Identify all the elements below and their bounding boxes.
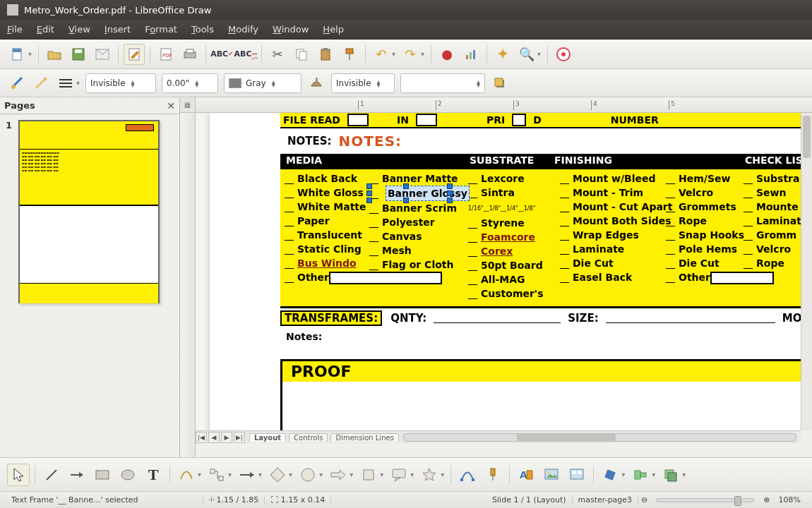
arrange-button[interactable]	[659, 464, 682, 486]
svg-rect-37	[527, 471, 532, 479]
line-style-button[interactable]	[55, 73, 76, 94]
align-button[interactable]	[629, 464, 652, 486]
menu-bar[interactable]: File Edit View Insert Format Tools Modif…	[0, 20, 812, 40]
mail-button[interactable]	[92, 44, 113, 65]
menu-window[interactable]: Window	[273, 24, 309, 35]
open-button[interactable]	[44, 44, 65, 65]
horizontal-scrollbar[interactable]	[403, 433, 796, 442]
copy-button[interactable]	[291, 44, 312, 65]
save-button[interactable]	[68, 44, 89, 65]
line-tool[interactable]	[40, 464, 63, 486]
new-doc-button[interactable]	[7, 44, 28, 65]
line-color-select[interactable]: Gray▴▾	[224, 73, 301, 93]
tab-layout[interactable]: Layout	[249, 433, 286, 442]
menu-view[interactable]: View	[68, 24, 90, 35]
dropdown-arrow-icon[interactable]: ▾	[537, 50, 541, 58]
export-pdf-button[interactable]: PDF	[155, 44, 177, 65]
glue-points-tool[interactable]	[482, 464, 504, 486]
svg-text:PDF: PDF	[162, 53, 172, 59]
zoom-button[interactable]: 🔍	[516, 44, 537, 65]
page[interactable]: FILE READ IN PRID NUMBER NOTES: NOTES:	[210, 113, 801, 430]
canvas-area: ▦ 1 2 3 4 5 FILE READ IN P	[180, 97, 812, 457]
line-style-select[interactable]: Invisible▴▾	[85, 73, 156, 93]
zoom-slider[interactable]	[656, 498, 755, 502]
dropdown-arrow-icon[interactable]: ▾	[76, 79, 80, 87]
svg-rect-35	[491, 468, 495, 476]
callouts-tool[interactable]	[388, 464, 410, 486]
flowchart-tool[interactable]	[357, 464, 380, 486]
slide-nav[interactable]: |◀◀▶▶|	[196, 432, 246, 443]
area-style-select[interactable]: Invisible▴▾	[331, 73, 395, 93]
menu-tools[interactable]: Tools	[191, 24, 214, 35]
app-icon	[7, 4, 18, 16]
from-file-button[interactable]	[540, 464, 563, 486]
document-viewport[interactable]: FILE READ IN PRID NUMBER NOTES: NOTES:	[196, 113, 801, 430]
ruler-corner[interactable]: ▦	[180, 97, 196, 113]
pages-panel-body[interactable]: 1 ▬▬▬▬▬▬▬▬▬▬▬▬▬▬▬▬ ▬▬ ▬▬ ▬▬ ▬▬ ▬▬▬▬ ▬▬ ▬…	[0, 114, 179, 457]
shadow-button[interactable]	[489, 73, 511, 94]
spellcheck-button[interactable]: ABC✔	[211, 44, 232, 65]
rectangle-tool[interactable]	[91, 464, 114, 486]
basic-shapes-tool[interactable]	[266, 464, 289, 486]
tab-controls[interactable]: Controls	[289, 433, 328, 442]
help-button[interactable]	[553, 44, 574, 65]
autospell-button[interactable]: ABC—	[235, 44, 256, 65]
clone-format-button[interactable]	[339, 44, 360, 65]
svg-rect-43	[605, 469, 616, 480]
menu-insert[interactable]: Insert	[105, 24, 131, 35]
zoom-in-icon[interactable]: ⊕	[760, 495, 772, 504]
arrow-style-button[interactable]	[31, 73, 52, 94]
rotate-button[interactable]	[599, 464, 621, 486]
menu-format[interactable]: Format	[145, 24, 177, 35]
vertical-ruler[interactable]	[180, 113, 196, 457]
zoom-out-icon[interactable]: ⊖	[638, 495, 650, 504]
svg-rect-45	[640, 473, 646, 477]
navigator-button[interactable]: ✦	[492, 44, 513, 65]
dropdown-arrow-icon[interactable]: ▾	[421, 50, 424, 58]
symbol-shapes-tool[interactable]	[297, 464, 319, 486]
print-button[interactable]	[179, 44, 201, 65]
page-thumbnail[interactable]: ▬▬▬▬▬▬▬▬▬▬▬▬▬▬▬▬ ▬▬ ▬▬ ▬▬ ▬▬ ▬▬▬▬ ▬▬ ▬▬ …	[18, 120, 160, 303]
ellipse-tool[interactable]	[117, 464, 139, 486]
pages-panel: Pages ✕ 1 ▬▬▬▬▬▬▬▬▬▬▬▬▬▬▬▬ ▬▬ ▬▬ ▬▬ ▬▬ ▬…	[0, 97, 180, 457]
arrow-line-tool[interactable]	[66, 464, 88, 486]
svg-rect-24	[495, 78, 503, 86]
undo-button[interactable]: ↶	[371, 44, 392, 65]
menu-file[interactable]: File	[7, 24, 23, 35]
close-panel-button[interactable]: ✕	[167, 100, 175, 111]
menu-help[interactable]: Help	[323, 24, 344, 35]
status-zoom[interactable]: 108%	[773, 495, 806, 504]
text-tool[interactable]: T	[142, 464, 165, 486]
options-grid: Black Back White Gloss White Matte Paper…	[280, 169, 801, 308]
paste-button[interactable]	[315, 44, 336, 65]
window-title: Metro_Work_Order.pdf - LibreOffice Draw	[24, 5, 211, 16]
select-tool[interactable]	[7, 464, 30, 486]
edit-points-tool[interactable]	[456, 464, 479, 486]
block-arrows-tool[interactable]	[327, 464, 350, 486]
stars-tool[interactable]	[418, 464, 441, 486]
lines-arrows-tool[interactable]	[236, 464, 258, 486]
menu-edit[interactable]: Edit	[37, 24, 54, 35]
curve-tool[interactable]	[175, 464, 198, 486]
horizontal-ruler[interactable]: 1 2 3 4 5	[196, 97, 812, 113]
edit-mode-button[interactable]	[124, 44, 145, 65]
area-props-button[interactable]	[306, 73, 327, 94]
cut-button[interactable]: ✂	[267, 44, 288, 65]
menu-modify[interactable]: Modify	[228, 24, 258, 35]
redo-button[interactable]: ↷	[400, 44, 421, 65]
dropdown-arrow-icon[interactable]: ▾	[392, 50, 395, 58]
gallery-button[interactable]	[566, 464, 588, 486]
record-macro-button[interactable]: ●	[436, 44, 458, 65]
tab-dimension-lines[interactable]: Dimension Lines	[330, 433, 398, 442]
status-size: ⛶ 1.15 x 0.14	[265, 495, 331, 504]
line-props-button[interactable]	[7, 73, 28, 94]
line-width-input[interactable]: 0.00"▴▾	[162, 73, 218, 93]
dropdown-arrow-icon[interactable]: ▾	[28, 50, 32, 58]
chart-button[interactable]	[460, 44, 482, 65]
connector-tool[interactable]	[205, 464, 228, 486]
vertical-scrollbar[interactable]	[801, 113, 812, 430]
svg-rect-12	[321, 49, 330, 60]
fontwork-button[interactable]: A	[515, 464, 537, 486]
selected-text-frame[interactable]: Banner Glossy	[369, 186, 460, 201]
area-color-select[interactable]: ▴▾	[400, 73, 485, 93]
